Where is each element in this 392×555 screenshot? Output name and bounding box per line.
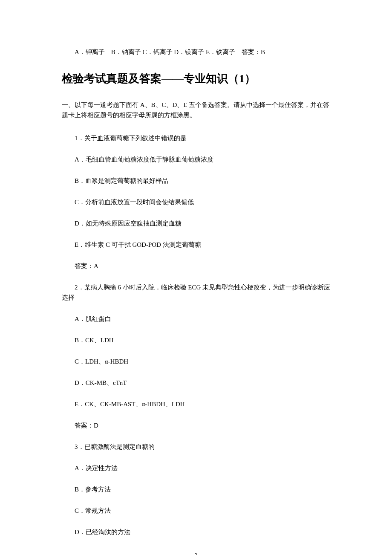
q3-option-c: C．常规方法 bbox=[75, 506, 330, 516]
q3-option-a: A．决定性方法 bbox=[75, 463, 330, 473]
q2-option-a: A．肌红蛋白 bbox=[75, 314, 330, 324]
document-title: 检验考试真题及答案——专业知识（1） bbox=[62, 70, 330, 88]
q2-option-d: D．CK-MB、cTnT bbox=[75, 378, 330, 388]
q1-option-e: E．维生素 C 可干扰 GOD-POD 法测定葡萄糖 bbox=[75, 240, 330, 250]
q3-option-d: D．已经淘汰的方法 bbox=[75, 527, 330, 537]
q1-option-d: D．如无特殊原因应空腹抽血测定血糖 bbox=[75, 218, 330, 228]
section-intro: 一、以下每一道考题下面有 A、B、C、D、E 五个备选答案。请从中选择一个最佳答… bbox=[62, 100, 330, 120]
q3-option-b: B．参考方法 bbox=[75, 484, 330, 494]
q1-option-b: B．血浆是测定葡萄糖的最好样品 bbox=[75, 176, 330, 186]
page-number: 2 bbox=[0, 551, 392, 555]
q2-stem: 2．某病人胸痛 6 小时后入院，临床检验 ECG 未见典型急性心梗改变，为进一步… bbox=[62, 282, 330, 303]
q2-answer: 答案：D bbox=[75, 420, 330, 431]
q2-option-c: C．LDH、α-HBDH bbox=[75, 356, 330, 367]
q2-option-b: B．CK、LDH bbox=[75, 335, 330, 345]
q1-stem: 1．关于血液葡萄糖下列叙述中错误的是 bbox=[75, 133, 330, 143]
q2-option-e: E．CK、CK-MB-AST、α-HBDH、LDH bbox=[75, 399, 330, 409]
document-page: A．钾离子 B．钠离子 C．钙离子 D．镁离子 E．铁离子 答案：B 检验考试真… bbox=[0, 0, 392, 555]
q3-stem: 3．已糖激酶法是测定血糖的 bbox=[75, 442, 330, 452]
q1-option-c: C．分析前血液放置一段时间会使结果偏低 bbox=[75, 197, 330, 207]
q1-option-a: A．毛细血管血葡萄糖浓度低于静脉血葡萄糖浓度 bbox=[75, 154, 330, 165]
prev-question-line: A．钾离子 B．钠离子 C．钙离子 D．镁离子 E．铁离子 答案：B bbox=[75, 47, 330, 57]
q1-answer: 答案：A bbox=[75, 261, 330, 271]
